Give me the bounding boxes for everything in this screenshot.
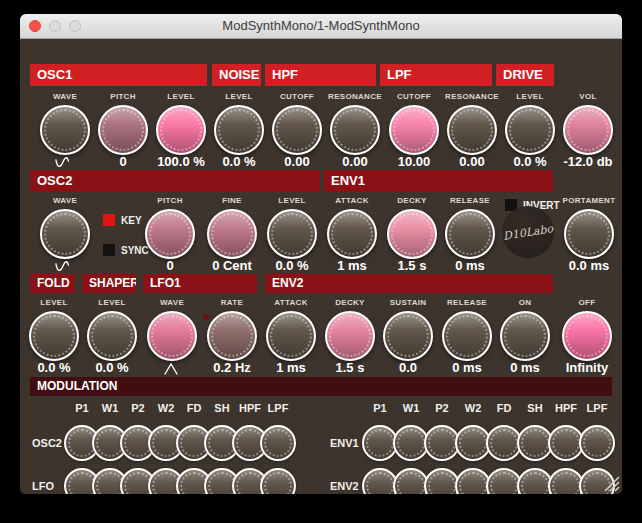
osc2-level-knob[interactable] xyxy=(267,209,317,259)
portament-knob[interactable] xyxy=(564,209,614,259)
sync-checkbox[interactable] xyxy=(103,244,115,256)
env1-decky-control: DECKY 1.5 s xyxy=(384,196,440,276)
section-header-lfo1: LFO1 xyxy=(143,274,257,293)
synth-panel: OSC1 NOISE HPF LPF DRIVE WAVE PITCH 0 LE… xyxy=(20,38,622,494)
portament-control: PORTAMENT 0.0 ms xyxy=(561,196,617,276)
mod-knob[interactable] xyxy=(260,468,296,494)
env2-on-knob[interactable] xyxy=(500,311,550,361)
mod-knob[interactable] xyxy=(260,425,296,461)
vol-knob[interactable] xyxy=(563,105,613,155)
osc2-wave-knob[interactable] xyxy=(40,209,90,259)
env2-on-control: ON 0 ms xyxy=(497,298,553,378)
mod-col-p2: P2 xyxy=(427,402,457,414)
osc2-wave-control: WAVE xyxy=(37,196,93,276)
env1-decky-knob[interactable] xyxy=(387,209,437,259)
lpf-cutoff-knob[interactable] xyxy=(389,105,439,155)
mod-col-fd: FD xyxy=(179,402,209,414)
mod-col-fd: FD xyxy=(489,402,519,414)
knob-value: 0.0 ms xyxy=(554,258,622,273)
env2-attack-control: ATTACK 1 ms xyxy=(263,298,319,378)
env2-off-knob[interactable] xyxy=(562,311,612,361)
mod-row-label-env2: ENV2 xyxy=(330,480,359,492)
env2-attack-knob[interactable] xyxy=(266,311,316,361)
knob-label: RELEASE xyxy=(434,196,506,205)
section-header-fold: FOLD xyxy=(30,274,75,293)
env1-release-control: RELEASE 0 ms xyxy=(442,196,498,276)
drive-level-control: LEVEL 0.0 % xyxy=(502,92,558,172)
osc1-pitch-knob[interactable] xyxy=(98,105,148,155)
lfo1-rate-knob[interactable] xyxy=(207,311,257,361)
osc1-wave-control: WAVE xyxy=(37,92,93,172)
section-header-env1: ENV1 xyxy=(324,170,553,192)
mod-col-lpf: LPF xyxy=(263,402,293,414)
section-header-drive: DRIVE xyxy=(496,64,554,86)
mod-col-w1: W1 xyxy=(95,402,125,414)
section-header-lpf: LPF xyxy=(380,64,492,86)
osc2-pitch-knob[interactable] xyxy=(145,209,195,259)
osc2-fine-control: FINE 0 Cent xyxy=(204,196,260,276)
mod-col-w1: W1 xyxy=(396,402,426,414)
osc1-wave-knob[interactable] xyxy=(40,105,90,155)
env2-release-knob[interactable] xyxy=(442,311,492,361)
lfo1-wave-control: WAVE xyxy=(144,298,200,378)
osc2-level-control: LEVEL 0.0 % xyxy=(264,196,320,276)
noise-level-knob[interactable] xyxy=(214,105,264,155)
knob-label: OFF xyxy=(551,298,622,307)
mod-col-p2: P2 xyxy=(123,402,153,414)
knob-value: Infinity xyxy=(552,360,622,375)
env1-attack-knob[interactable] xyxy=(327,209,377,259)
osc1-level-knob[interactable] xyxy=(156,105,206,155)
mod-row-label-osc2: OSC2 xyxy=(32,437,62,449)
knob-value: -12.0 db xyxy=(553,154,622,169)
knob-value xyxy=(30,258,100,275)
section-header-osc1: OSC1 xyxy=(30,64,207,86)
mod-col-w2: W2 xyxy=(458,402,488,414)
resize-handle-icon[interactable] xyxy=(598,474,620,492)
env2-off-control: OFF Infinity xyxy=(559,298,615,378)
fold-level-control: LEVEL 0.0 % xyxy=(26,298,82,378)
osc1-level-control: LEVEL 100.0 % xyxy=(153,92,209,172)
knob-value: 0 ms xyxy=(490,360,560,375)
osc2-pitch-control: PITCH 0 xyxy=(142,196,198,276)
key-checkbox[interactable] xyxy=(103,214,115,226)
knob-label: WAVE xyxy=(29,196,101,205)
hpf-cutoff-knob[interactable] xyxy=(272,105,322,155)
mod-col-p1: P1 xyxy=(67,402,97,414)
triangle-wave-icon xyxy=(161,362,183,376)
window-title: ModSynthMono/1-ModSynthMono xyxy=(20,14,622,38)
knob-label: VOL xyxy=(552,92,622,101)
env2-sustain-knob[interactable] xyxy=(383,311,433,361)
noise-level-control: LEVEL 0.0 % xyxy=(211,92,267,172)
mod-col-hpf: HPF xyxy=(551,402,581,414)
mod-col-p1: P1 xyxy=(365,402,395,414)
mod-col-sh: SH xyxy=(207,402,237,414)
plugin-window: ModSynthMono/1-ModSynthMono OSC1 NOISE H… xyxy=(20,14,622,494)
env2-decky-control: DECKY 1.5 s xyxy=(322,298,378,378)
lpf-resonance-knob[interactable] xyxy=(447,105,497,155)
mod-row-label-lfo: LFO xyxy=(32,480,54,492)
shaper-level-control: LEVEL 0.0 % xyxy=(84,298,140,378)
section-header-shaper: SHAPER xyxy=(82,274,136,293)
env1-release-knob[interactable] xyxy=(445,209,495,259)
env2-decky-knob[interactable] xyxy=(325,311,375,361)
mod-col-hpf: HPF xyxy=(235,402,265,414)
osc2-fine-knob[interactable] xyxy=(207,209,257,259)
titlebar: ModSynthMono/1-ModSynthMono xyxy=(20,14,622,39)
hpf-resonance-knob[interactable] xyxy=(330,105,380,155)
mod-knob[interactable] xyxy=(579,425,615,461)
section-header-modulation: MODULATION xyxy=(30,377,612,396)
hpf-cutoff-control: CUTOFF 0.00 xyxy=(269,92,325,172)
mod-row-label-env1: ENV1 xyxy=(330,437,359,449)
section-header-osc2: OSC2 xyxy=(30,170,320,192)
vol-control: VOL -12.0 db xyxy=(560,92,616,172)
fold-level-knob[interactable] xyxy=(29,311,79,361)
env2-release-control: RELEASE 0 ms xyxy=(439,298,495,378)
section-header-hpf: HPF xyxy=(265,64,376,86)
knob-value: 0 xyxy=(135,258,205,273)
osc1-pitch-control: PITCH 0 xyxy=(95,92,151,172)
knob-label: PORTAMENT xyxy=(553,196,622,205)
shaper-level-knob[interactable] xyxy=(87,311,137,361)
drive-level-knob[interactable] xyxy=(505,105,555,155)
env2-sustain-control: SUSTAIN 0.0 xyxy=(380,298,436,378)
lfo1-wave-knob[interactable] xyxy=(147,311,197,361)
